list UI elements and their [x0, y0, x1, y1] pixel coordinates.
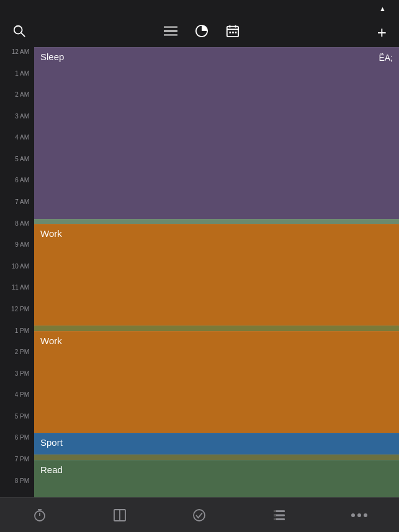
time-label-2: 2 AM: [15, 91, 29, 98]
chart-button[interactable]: [195, 24, 208, 41]
svg-point-26: [357, 513, 361, 517]
search-button[interactable]: [12, 24, 26, 41]
time-slot-12: 12 PM: [0, 304, 34, 326]
svg-point-18: [194, 510, 205, 521]
timeline: 12 AM1 AM2 AM3 AM4 AM5 AM6 AM7 AM8 AM9 A…: [0, 47, 399, 497]
svg-rect-22: [274, 510, 276, 512]
time-slot-14: 2 PM: [0, 347, 34, 369]
time-slot-9: 9 AM: [0, 240, 34, 262]
time-slot-8: 8 AM: [0, 219, 34, 241]
sleep-event[interactable]: SleepËA;: [34, 47, 399, 219]
add-button[interactable]: +: [377, 23, 387, 42]
time-label-8: 8 AM: [15, 220, 29, 227]
time-label-6: 6 AM: [15, 177, 29, 184]
time-slot-4: 4 AM: [0, 133, 34, 154]
svg-rect-12: [235, 31, 237, 33]
time-slot-3: 3 AM: [0, 112, 34, 133]
time-slot-2: 2 AM: [0, 90, 34, 112]
time-label-15: 3 PM: [15, 370, 29, 377]
svg-rect-2: [164, 26, 177, 27]
time-label-17: 5 PM: [15, 413, 29, 420]
time-slot-6: 6 AM: [0, 175, 34, 197]
time-slot-19: 7 PM: [0, 454, 34, 476]
svg-point-0: [14, 25, 22, 33]
time-label-13: 1 PM: [15, 327, 29, 334]
time-labels: 12 AM1 AM2 AM3 AM4 AM5 AM6 AM7 AM8 AM9 A…: [0, 47, 34, 497]
svg-point-27: [364, 513, 367, 517]
check-tab[interactable]: [159, 498, 240, 532]
book-tab[interactable]: [80, 498, 160, 532]
time-label-20: 8 PM: [15, 477, 29, 484]
work-event-2-label: Work: [40, 335, 62, 346]
wifi-icon: ▲: [379, 5, 386, 12]
timer-tab[interactable]: [0, 498, 80, 532]
svg-rect-6: [227, 26, 238, 36]
svg-rect-23: [274, 514, 276, 516]
work-event-1-label: Work: [40, 228, 62, 239]
tab-bar: [0, 497, 399, 532]
work-event-1[interactable]: Work: [34, 224, 399, 326]
time-label-11: 11 AM: [12, 284, 29, 291]
svg-rect-4: [164, 34, 177, 35]
time-label-1: 1 AM: [15, 70, 29, 77]
menu-button[interactable]: [164, 24, 177, 41]
calendar-button[interactable]: [226, 24, 240, 41]
time-slot-16: 4 PM: [0, 390, 34, 412]
time-label-7: 7 AM: [15, 198, 29, 205]
time-slot-17: 5 PM: [0, 412, 34, 433]
work-event-2[interactable]: Work: [34, 331, 399, 433]
svg-rect-10: [229, 31, 231, 33]
read-event[interactable]: Read: [34, 460, 399, 498]
read-event-label: Read: [40, 464, 63, 475]
nav-center: [164, 24, 240, 41]
sleep-event-label: Sleep: [40, 51, 64, 62]
time-label-12: 12 PM: [11, 306, 29, 313]
time-label-10: 10 AM: [12, 263, 29, 270]
time-label-5: 5 AM: [15, 156, 29, 162]
time-slot-20: 8 PM: [0, 476, 34, 497]
time-label-9: 9 AM: [15, 241, 29, 248]
svg-rect-24: [274, 518, 276, 520]
time-slot-0: 12 AM: [0, 47, 34, 69]
time-label-18: 6 PM: [15, 434, 29, 441]
svg-line-1: [21, 33, 25, 37]
nav-bar: +: [0, 17, 399, 47]
sport-event[interactable]: Sport: [34, 433, 399, 454]
list-tab[interactable]: [240, 498, 320, 532]
time-label-0: 12 AM: [12, 48, 29, 55]
svg-point-25: [351, 513, 355, 517]
time-slot-10: 10 AM: [0, 262, 34, 283]
time-slot-18: 6 PM: [0, 433, 34, 454]
svg-rect-3: [164, 30, 177, 32]
sport-event-label: Sport: [40, 437, 63, 448]
svg-rect-11: [232, 31, 234, 33]
sleep-event-chevron: ËA;: [379, 53, 393, 63]
time-slot-1: 1 AM: [0, 69, 34, 91]
status-right: ▲: [376, 5, 389, 12]
time-label-14: 2 PM: [15, 348, 29, 355]
time-slot-13: 1 PM: [0, 326, 34, 348]
status-bar: ▲: [0, 0, 399, 17]
time-label-3: 3 AM: [15, 113, 29, 120]
time-label-16: 4 PM: [15, 391, 29, 398]
time-slot-11: 11 AM: [0, 283, 34, 304]
time-slot-15: 3 PM: [0, 369, 34, 391]
more-tab[interactable]: [319, 498, 399, 532]
time-slot-7: 7 AM: [0, 197, 34, 219]
time-slot-5: 5 AM: [0, 154, 34, 176]
time-label-4: 4 AM: [15, 134, 29, 141]
time-label-19: 7 PM: [15, 456, 29, 463]
events-column: SleepËA;WorkWorkSportRead: [34, 47, 399, 497]
